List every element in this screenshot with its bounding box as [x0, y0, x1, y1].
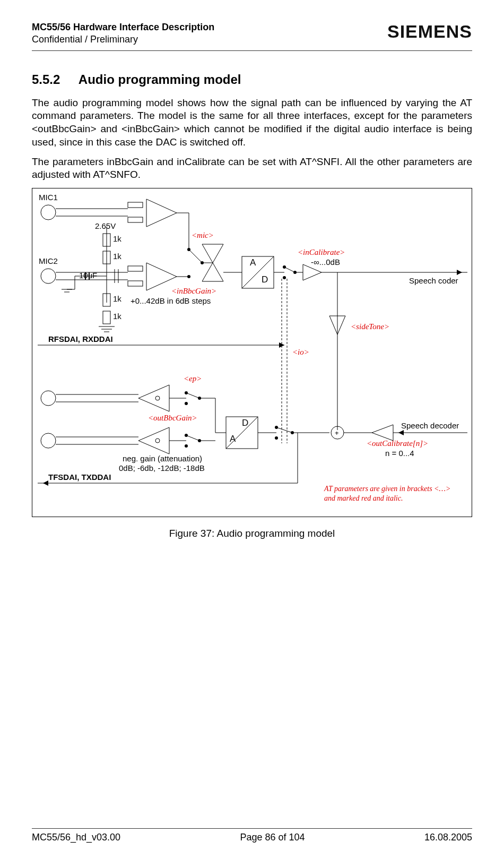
svg-line-33 — [189, 250, 202, 263]
svg-point-72 — [185, 444, 188, 448]
inbbcgain-note: +0...42dB in 6dB steps — [131, 296, 211, 305]
svg-line-64 — [186, 393, 199, 398]
svg-point-55 — [41, 391, 56, 406]
svg-point-42 — [283, 276, 286, 279]
inbbcgain-param: <inBbcGain> — [171, 287, 216, 296]
svg-marker-93 — [43, 480, 48, 486]
io-param: <io> — [292, 348, 309, 357]
rfsdai-label: RFSDAI, RXDDAI — [48, 334, 113, 343]
page-header: MC55/56 Hardware Interface Description C… — [32, 21, 472, 51]
ep-param: <ep> — [184, 374, 202, 383]
r4-label: 1k — [113, 312, 121, 321]
neggain-label1: neg. gain (attenuation) — [123, 454, 202, 463]
section-heading: 5.5.2 Audio programming model — [32, 72, 472, 87]
incalibrate-note: -∞...0dB — [311, 257, 340, 267]
svg-rect-12 — [103, 311, 110, 324]
svg-point-21 — [41, 269, 56, 284]
at-note-2: and marked red and italic. — [324, 494, 403, 503]
svg-marker-58 — [138, 385, 169, 411]
svg-marker-5 — [146, 199, 177, 227]
cap-label: 10uF — [79, 271, 97, 280]
svg-line-44 — [284, 267, 295, 272]
svg-point-31 — [187, 275, 190, 278]
doc-subtitle: Confidential / Preliminary — [32, 33, 214, 46]
siemens-logo: SIEMENS — [387, 21, 472, 42]
svg-line-74 — [186, 435, 199, 441]
incalibrate-param: <inCalibrate> — [298, 248, 345, 257]
svg-rect-3 — [128, 202, 143, 208]
footer-left: MC55/56_hd_v03.00 — [32, 832, 120, 843]
svg-marker-91 — [398, 430, 404, 435]
r1-label: 1k — [113, 234, 121, 243]
svg-rect-24 — [128, 266, 143, 271]
mic1-label: MIC1 — [39, 193, 58, 202]
section-number: 5.5.2 — [32, 72, 60, 87]
svg-rect-4 — [128, 217, 143, 222]
tfsdai-label: TFSDAI, TXDDAI — [48, 473, 111, 482]
mic-param: <mic> — [192, 231, 214, 240]
svg-point-59 — [155, 396, 160, 400]
outcalibrate-param: <outCalibrate[n]> — [367, 439, 428, 448]
mic2-label: MIC2 — [39, 256, 58, 265]
figure-caption: Figure 37: Audio programming model — [32, 528, 472, 539]
svg-rect-25 — [128, 281, 143, 286]
da-a: A — [230, 434, 236, 444]
figure-diagram: MIC1 MIC2 2.65V 1k 1k 1k 1k 10uF <mic> <… — [32, 188, 472, 517]
sidetone-param: <sideTone> — [351, 322, 389, 331]
ad-a: A — [250, 257, 256, 268]
svg-marker-35 — [202, 244, 223, 263]
outbbcgain-param: <outBbcGain> — [148, 414, 197, 423]
paragraph-2: The parameters inBbcGain and inCalibrate… — [32, 156, 472, 182]
svg-point-62 — [185, 402, 188, 405]
svg-point-69 — [155, 439, 160, 443]
r2-label: 1k — [113, 252, 121, 261]
footer-right: 16.08.2005 — [424, 832, 472, 843]
at-note-1: AT parameters are given in brackets <…> — [324, 485, 450, 493]
voltage-label: 2.65V — [95, 221, 116, 230]
speech-decoder-label: Speech decoder — [401, 421, 459, 430]
svg-marker-48 — [457, 270, 462, 275]
speech-coder-label: Speech coder — [409, 276, 458, 285]
svg-marker-46 — [303, 264, 321, 280]
svg-marker-68 — [138, 427, 169, 454]
svg-line-85 — [276, 427, 292, 433]
svg-point-83 — [275, 436, 278, 440]
svg-point-65 — [41, 433, 56, 448]
svg-marker-89 — [372, 425, 393, 441]
svg-point-0 — [41, 205, 56, 220]
paragraph-1: The audio programming model shows how th… — [32, 97, 472, 149]
da-d: D — [242, 418, 248, 428]
doc-title: MC55/56 Hardware Interface Description — [32, 21, 214, 33]
svg-line-39 — [242, 256, 274, 288]
section-title: Audio programming model — [79, 72, 241, 87]
neggain-label2: 0dB; -6db, -12dB; -18dB — [119, 463, 205, 473]
svg-marker-36 — [202, 263, 223, 281]
r3-label: 1k — [113, 294, 121, 303]
footer-center: Page 86 of 104 — [240, 832, 305, 843]
ad-d: D — [262, 274, 268, 285]
plus-symbol: + — [335, 429, 339, 437]
page-footer: MC55/56_hd_v03.00 Page 86 of 104 16.08.2… — [32, 828, 472, 843]
outcalibrate-note: n = 0...4 — [385, 449, 414, 458]
